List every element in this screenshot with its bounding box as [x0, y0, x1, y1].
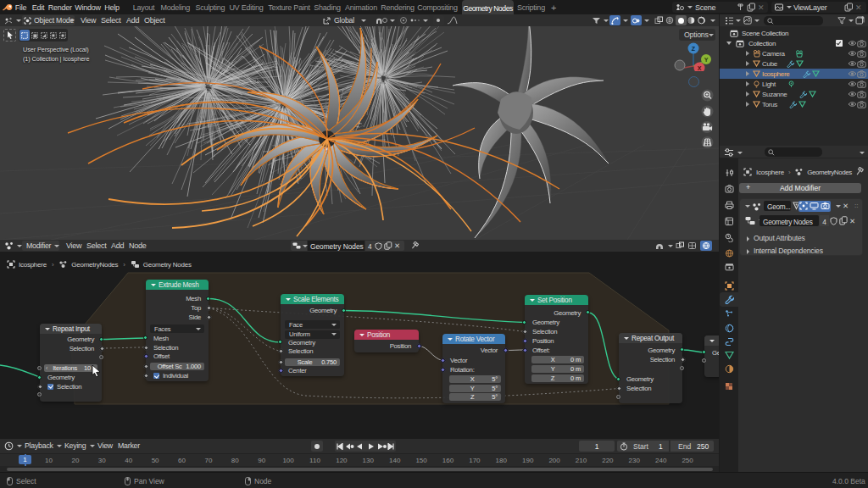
svg-text:X: X	[698, 65, 702, 71]
svg-text:Y: Y	[704, 57, 709, 63]
svg-text:Z: Z	[692, 46, 696, 52]
